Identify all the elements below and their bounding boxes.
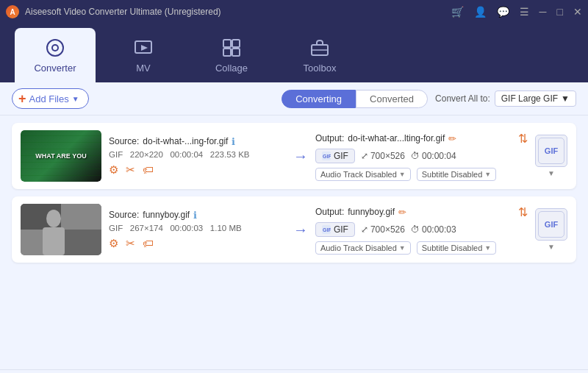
- file-actions-1: ⚙ ✂ 🏷: [109, 163, 286, 177]
- source-name-1: do-it-what-...ing-for.gif: [143, 136, 228, 146]
- audio-track-value-1: Audio Track Disabled: [320, 170, 397, 179]
- resize-icon-1: ⤢: [361, 151, 368, 161]
- tab-mv-label: MV: [136, 63, 151, 74]
- file-list: WHAT ARE YOU Source: do-it-what-...ing-f…: [0, 116, 588, 369]
- output-format-icon-2: GIF: [538, 211, 564, 238]
- tab-converter-label: Converter: [34, 63, 76, 74]
- plus-icon: +: [18, 92, 26, 105]
- file-size-1: 223.53 KB: [210, 150, 250, 159]
- output-label-2: Output:: [315, 207, 344, 217]
- mv-icon: [133, 38, 154, 58]
- clock-icon-1: ⏱: [411, 151, 420, 161]
- tag-icon-1[interactable]: 🏷: [143, 163, 154, 176]
- tab-toolbox-label: Toolbox: [304, 63, 337, 74]
- add-files-button[interactable]: + Add Files ▼: [12, 88, 89, 109]
- edit-output-1[interactable]: ✏: [448, 133, 456, 144]
- collage-icon: [221, 38, 242, 58]
- settings-icon-2[interactable]: ⚙: [109, 237, 118, 250]
- output-format-badge-1: GIF GIF: [315, 149, 355, 163]
- audio-track-value-2: Audio Track Disabled: [320, 244, 397, 252]
- output-resolution-2: ⤢ 700×526: [361, 224, 405, 235]
- gif-icon-2: GIF: [322, 225, 331, 234]
- output-dropdowns-2: Audio Track Disabled ▼ Subtitle Disabled…: [315, 241, 528, 255]
- svg-rect-17: [43, 227, 65, 255]
- thumb-2-svg: [21, 204, 101, 255]
- subtitle-select-2[interactable]: Subtitle Disabled ▼: [417, 241, 496, 255]
- audio-track-select-2[interactable]: Audio Track Disabled ▼: [315, 241, 411, 255]
- edit-output-2[interactable]: ✏: [398, 207, 406, 218]
- file-card-2: Source: funnyboy.gif ℹ GIF 267×174 00:00…: [12, 196, 576, 263]
- cut-icon-2[interactable]: ✂: [126, 237, 135, 250]
- cut-icon-1[interactable]: ✂: [126, 163, 135, 177]
- converter-icon: [45, 38, 65, 58]
- add-files-label: Add Files: [29, 93, 69, 104]
- svg-rect-6: [232, 40, 240, 47]
- file-card-1: WHAT ARE YOU Source: do-it-what-...ing-f…: [12, 123, 576, 189]
- close-icon[interactable]: ✕: [573, 6, 582, 18]
- person-icon[interactable]: 👤: [474, 6, 487, 18]
- preview-dropdown-1[interactable]: ▼: [535, 169, 567, 177]
- file-thumb-1: WHAT ARE YOU: [21, 130, 101, 182]
- file-thumb-2: [21, 204, 101, 255]
- thumb-1-text: WHAT ARE YOU: [35, 152, 86, 160]
- audio-track-select-1[interactable]: Audio Track Disabled ▼: [315, 168, 411, 181]
- subtitle-dropdown-arrow-2: ▼: [484, 244, 491, 252]
- preview-dropdown-2[interactable]: ▼: [535, 243, 567, 251]
- tab-toolbox[interactable]: Toolbox: [279, 28, 360, 82]
- subtitle-select-1[interactable]: Subtitle Disabled ▼: [417, 168, 496, 181]
- settings-icon-1[interactable]: ⚙: [109, 163, 118, 177]
- tab-converter[interactable]: Converter: [15, 28, 96, 82]
- arrow-right-1: →: [293, 148, 308, 165]
- info-icon-1[interactable]: ℹ: [232, 136, 235, 147]
- file-source-1: Source: do-it-what-...ing-for.gif ℹ: [109, 136, 286, 147]
- swap-icon-2[interactable]: ⇅: [518, 205, 528, 219]
- info-icon-2[interactable]: ℹ: [193, 210, 197, 221]
- output-resolution-1: ⤢ 700×526: [361, 151, 405, 161]
- tab-collage-label: Collage: [215, 63, 248, 74]
- converting-tab[interactable]: Converting: [282, 90, 356, 108]
- file-format-1: GIF: [109, 150, 123, 159]
- app-title: Aiseesoft Video Converter Ultimate (Unre…: [25, 7, 451, 17]
- output-name-1: do-it-what-ar...lting-for.gif: [348, 133, 445, 143]
- tag-icon-2[interactable]: 🏷: [143, 237, 154, 249]
- output-preview-btn-1[interactable]: GIF: [535, 135, 567, 167]
- file-dims-1: 220×220: [130, 150, 163, 159]
- svg-text:GIF: GIF: [323, 154, 331, 159]
- title-bar: A Aiseesoft Video Converter Ultimate (Un…: [0, 0, 588, 24]
- tab-mv[interactable]: MV: [103, 28, 184, 82]
- tab-collage[interactable]: Collage: [191, 28, 272, 82]
- output-preview-btn-2[interactable]: GIF: [535, 208, 567, 241]
- source-label-2: Source:: [109, 210, 139, 220]
- svg-rect-8: [232, 49, 240, 56]
- clock-icon-2: ⏱: [411, 224, 420, 235]
- svg-point-2: [53, 46, 57, 50]
- subtitle-value-1: Subtitle Disabled: [422, 170, 483, 179]
- bottom-bar: Save to: D:\Aiseesoft Studio\Ais...rter …: [0, 369, 588, 373]
- svg-rect-15: [61, 230, 101, 255]
- output-format-badge-2: GIF GIF: [315, 222, 355, 237]
- file-dims-2: 267×174: [130, 224, 163, 232]
- window-controls: 🛒 👤 💬 ☰ ─ □ ✕: [451, 6, 582, 18]
- output-format-row-1: GIF GIF ⤢ 700×526 ⏱ 00:00:04: [315, 149, 528, 163]
- gif-icon-1: GIF: [322, 152, 331, 160]
- convert-all-format-select[interactable]: GIF Large GIF ▼: [495, 90, 576, 107]
- convert-all-to-label: Convert All to:: [435, 93, 490, 104]
- output-format-icon-1: GIF: [538, 138, 564, 164]
- maximize-icon[interactable]: □: [557, 6, 563, 18]
- output-name-2: funnyboy.gif: [348, 207, 395, 217]
- file-meta-2: GIF 267×174 00:00:03 1.10 MB: [109, 224, 286, 232]
- subtitle-dropdown-arrow-1: ▼: [484, 171, 491, 178]
- output-dropdowns-1: Audio Track Disabled ▼ Subtitle Disabled…: [315, 168, 528, 181]
- chat-icon[interactable]: 💬: [497, 6, 509, 18]
- resize-icon-2: ⤢: [361, 224, 368, 235]
- svg-rect-5: [223, 40, 231, 47]
- converted-tab[interactable]: Converted: [356, 90, 428, 108]
- minimize-icon[interactable]: ─: [539, 6, 547, 18]
- menu-icon[interactable]: ☰: [520, 6, 529, 18]
- output-format-row-2: GIF GIF ⤢ 700×526 ⏱ 00:00:03: [315, 222, 528, 237]
- swap-icon-1[interactable]: ⇅: [518, 132, 528, 146]
- arrow-right-2: →: [293, 221, 308, 238]
- output-source-2: Output: funnyboy.gif ✏ ⇅: [315, 205, 528, 219]
- cart-icon[interactable]: 🛒: [451, 6, 464, 18]
- convert-all-format-value: GIF Large GIF: [501, 93, 558, 104]
